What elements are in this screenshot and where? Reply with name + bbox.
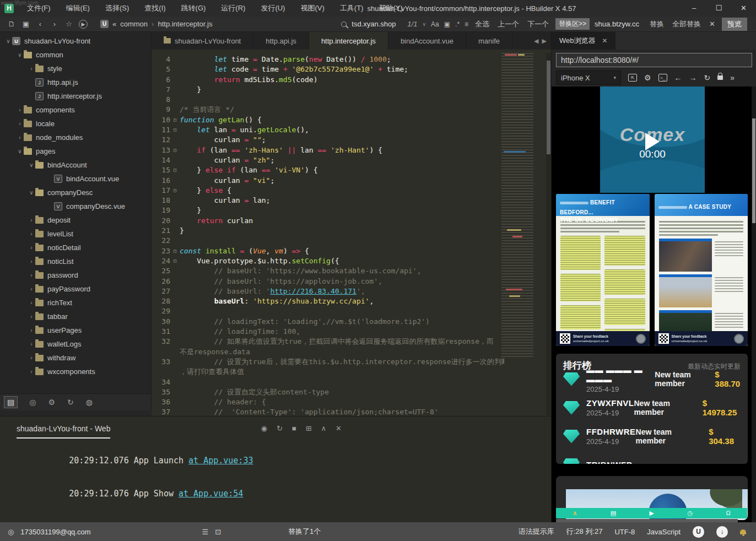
expand-arrow-icon[interactable]: › <box>28 245 35 251</box>
refresh-icon[interactable]: ↻ <box>704 73 711 82</box>
home-tab-icon[interactable]: ∧ <box>573 508 577 518</box>
expand-arrow-icon[interactable]: › <box>28 272 35 278</box>
line-number[interactable]: 20 <box>152 216 170 226</box>
gear-icon[interactable]: ⚙ <box>644 73 651 82</box>
menu-item[interactable]: 工具(T) <box>332 0 371 17</box>
expand-arrow-icon[interactable]: ∨ <box>4 38 12 44</box>
fold-icon[interactable] <box>170 55 180 64</box>
fold-icon[interactable] <box>170 377 180 387</box>
tree-item[interactable]: ∨ common <box>0 48 151 62</box>
profile-tab-icon[interactable]: Ω <box>726 508 731 518</box>
expand-arrow-icon[interactable]: › <box>28 313 35 320</box>
bell-icon[interactable] <box>740 529 746 534</box>
tree-item[interactable]: › node_modules <box>0 131 151 144</box>
menu-item[interactable]: 运行(R) <box>213 0 253 17</box>
tree-item[interactable]: › richText <box>0 296 151 310</box>
run-icon[interactable]: ▶ <box>79 20 88 29</box>
line-number[interactable]: 37 <box>152 407 170 416</box>
expand-arrow-icon[interactable]: ∨ <box>28 162 35 168</box>
line-number[interactable]: 30 <box>152 317 170 327</box>
log-source-link[interactable]: at App.vue:54 <box>179 489 243 499</box>
fold-icon[interactable] <box>170 196 180 205</box>
leaderboard-row[interactable]: ZYWXFNVL 2025-4-19 New team member $ 149… <box>563 393 741 422</box>
chevron-down-icon[interactable]: ∨ <box>422 21 426 27</box>
leaderboard-row[interactable]: TRIBNWFP <box>563 451 741 464</box>
expand-arrow-icon[interactable]: › <box>28 369 35 375</box>
line-number[interactable]: 12 <box>152 135 170 145</box>
whole-word-icon[interactable]: ▣ <box>444 20 450 28</box>
next-match-button[interactable]: 下一个 <box>526 19 550 29</box>
line-number[interactable]: 17 <box>152 186 170 196</box>
line-number[interactable]: 14 <box>152 155 170 165</box>
fold-icon[interactable] <box>170 64 180 74</box>
tab-scroll-left-icon[interactable]: ◀ <box>534 37 538 45</box>
tab-scroll-right-icon[interactable]: ▶ <box>542 37 547 45</box>
fold-icon[interactable] <box>170 367 180 377</box>
line-number[interactable]: 26 <box>152 277 170 286</box>
fold-icon[interactable] <box>170 317 180 327</box>
poster-uk-economy[interactable]: BENEFIT BEDFORD... THE UK ECONOMY <box>556 194 650 346</box>
line-number[interactable] <box>152 347 170 357</box>
back-icon[interactable]: ‹ <box>33 20 47 28</box>
menu-item[interactable]: 选择(S) <box>98 0 137 17</box>
line-number[interactable]: 11 <box>152 125 170 135</box>
fold-icon[interactable]: ⊟ <box>170 145 180 155</box>
line-number[interactable]: 4 <box>152 55 170 64</box>
log-source-link[interactable]: at App.vue:33 <box>188 456 253 466</box>
fold-icon[interactable] <box>170 205 180 215</box>
prev-match-button[interactable]: 上一个 <box>496 19 521 29</box>
fold-icon[interactable]: ⊟ <box>170 125 180 135</box>
expand-arrow-icon[interactable]: ∨ <box>16 52 24 58</box>
download-icon[interactable]: ↓ <box>716 526 728 538</box>
line-number[interactable]: 6 <box>152 75 170 85</box>
expand-arrow-icon[interactable]: › <box>28 300 35 306</box>
line-number[interactable]: 27 <box>152 286 170 296</box>
maximize-button[interactable]: ☐ <box>706 0 731 17</box>
tree-item[interactable]: › noticDetail <box>0 241 151 255</box>
console-tab[interactable]: shuadan-LvYou-front - Web <box>17 424 110 439</box>
menu-item[interactable]: 视图(V) <box>293 0 332 17</box>
line-number[interactable]: 35 <box>152 387 170 397</box>
browser-scrollbar-thumb[interactable] <box>752 118 755 223</box>
expand-arrow-icon[interactable]: › <box>28 327 35 333</box>
line-number[interactable]: 15 <box>152 165 170 175</box>
replace-input[interactable] <box>595 19 643 30</box>
fold-icon[interactable]: ⊟ <box>170 165 180 175</box>
terminal-status-icon[interactable]: ⊡ <box>215 528 221 536</box>
devtools-icon[interactable]: >_ <box>658 74 667 82</box>
search-tool-icon[interactable]: ◎ <box>29 398 36 407</box>
video-player[interactable]: Comex 00:00 <box>552 86 752 193</box>
minimize-button[interactable]: – <box>682 0 706 17</box>
tree-item[interactable]: › wxcomponents <box>0 365 151 378</box>
nav-back-icon[interactable]: ← <box>674 73 682 82</box>
star-icon[interactable]: ☆ <box>62 20 76 28</box>
line-number[interactable]: 34 <box>152 377 170 387</box>
tree-item[interactable]: ∨ shuadan-LvYou-front <box>0 34 151 48</box>
save-icon[interactable]: ▣ <box>19 20 33 28</box>
new-file-icon[interactable]: 🗋 <box>4 20 19 28</box>
explorer-tool-icon[interactable]: ▤ <box>4 397 17 408</box>
breadcrumb-file[interactable]: http.interceptor.js <box>158 20 212 28</box>
debug-icon[interactable]: ◉ <box>261 424 267 432</box>
fold-icon[interactable] <box>170 397 180 407</box>
fold-icon[interactable] <box>170 277 180 286</box>
outline-icon[interactable]: ☰ <box>202 528 209 536</box>
line-number[interactable]: 13 <box>152 145 170 155</box>
tree-item[interactable]: http.interceptor.js <box>0 89 151 103</box>
line-number[interactable]: 7 <box>152 85 170 95</box>
regex-icon[interactable]: .* <box>455 20 460 28</box>
tree-item[interactable]: companyDesc.vue <box>0 199 151 213</box>
fold-icon[interactable] <box>170 357 180 367</box>
uni-helper-icon[interactable]: U <box>693 526 704 538</box>
minimap[interactable] <box>501 53 533 357</box>
tree-item[interactable]: › deposit <box>0 213 151 227</box>
fold-icon[interactable] <box>170 296 180 306</box>
expand-arrow-icon[interactable]: › <box>16 134 24 140</box>
fold-icon[interactable] <box>170 216 180 226</box>
tree-item[interactable]: › userPages <box>0 323 151 337</box>
tree-item[interactable]: › withdraw <box>0 351 151 365</box>
expand-arrow-icon[interactable]: ∨ <box>16 148 24 154</box>
tree-item[interactable]: ∨ companyDesc <box>0 186 151 199</box>
close-button[interactable]: ✕ <box>731 0 756 17</box>
history-tab-icon[interactable]: ◷ <box>687 508 693 518</box>
